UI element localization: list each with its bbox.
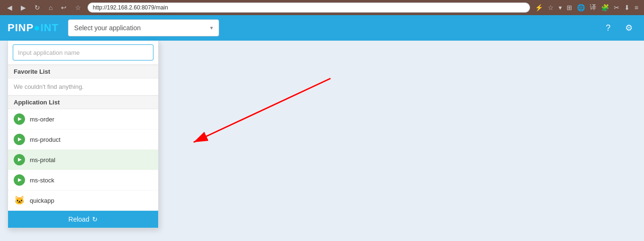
settings-icon: ⚙ — [625, 23, 633, 33]
app-icon — [14, 174, 25, 186]
search-box-container — [8, 41, 158, 65]
nav-forward-button[interactable]: ▶ — [18, 3, 28, 12]
app-name-label: ms-product — [30, 136, 60, 143]
favorite-empty-state: We couldn't find anything. — [8, 78, 158, 95]
app-icon — [14, 113, 25, 125]
application-list-header: Application List — [8, 95, 158, 109]
search-input[interactable] — [13, 44, 153, 60]
reload-button[interactable]: Reload ↻ — [8, 211, 158, 228]
logo-point-text: INT — [41, 22, 59, 34]
nav-back-button[interactable]: ◀ — [5, 3, 15, 12]
help-icon: ? — [606, 23, 610, 33]
browser-chrome: ◀ ▶ ↻ ⌂ ↩ ☆ http://192.168.2.60:8079/mai… — [0, 0, 644, 15]
app-list-item[interactable]: ms-product — [8, 129, 158, 150]
main-content: Favorite List We couldn't find anything.… — [0, 41, 644, 241]
favorite-list-header: Favorite List — [8, 65, 158, 78]
browser-globe-icon[interactable]: 🌐 — [576, 3, 586, 12]
browser-extension-icon[interactable]: 🧩 — [600, 3, 610, 12]
logo-dot: ● — [34, 22, 40, 34]
app-list-item[interactable]: ms-stock — [8, 170, 158, 190]
app-logo: PINP●INT — [8, 22, 59, 34]
browser-menu-icon[interactable]: ≡ — [634, 3, 639, 12]
browser-windows-icon[interactable]: ⊞ — [566, 3, 573, 12]
application-dropdown-panel: Favorite List We couldn't find anything.… — [8, 41, 159, 228]
app-list-container: ms-orderms-productms-protalms-stock🐱quic… — [8, 109, 158, 211]
app-list-item[interactable]: 🐱quickapp — [8, 190, 158, 211]
header-right-actions: ? ⚙ — [601, 20, 636, 35]
browser-cut-icon[interactable]: ✂ — [613, 3, 620, 12]
nav-refresh-button[interactable]: ↻ — [32, 3, 42, 12]
address-bar[interactable]: http://192.168.2.60:8079/main — [87, 2, 530, 13]
browser-chevron-icon[interactable]: ▾ — [558, 3, 563, 12]
app-select-placeholder: Select your application — [74, 24, 141, 32]
app-icon-special: 🐱 — [14, 195, 25, 206]
settings-button[interactable]: ⚙ — [621, 20, 636, 35]
reload-icon: ↻ — [92, 215, 98, 223]
app-name-label: ms-protal — [30, 156, 55, 164]
app-list-item[interactable]: ms-order — [8, 109, 158, 129]
browser-download-icon[interactable]: ⬇ — [623, 3, 631, 12]
svg-line-5 — [194, 78, 330, 142]
app-header: PINP●INT Select your application ▾ ? ⚙ — [0, 15, 644, 41]
app-name-label: ms-stock — [30, 177, 54, 184]
app-icon — [14, 134, 25, 145]
nav-home-button[interactable]: ⌂ — [46, 3, 55, 12]
browser-translate-icon[interactable]: 译 — [589, 2, 597, 13]
address-text: http://192.168.2.60:8079/main — [93, 4, 168, 11]
arrow-annotation — [156, 69, 335, 164]
app-list-item[interactable]: ms-protal — [8, 150, 158, 170]
nav-bookmark-button[interactable]: ☆ — [73, 3, 84, 12]
browser-right-icons: ⚡ ☆ ▾ ⊞ 🌐 译 🧩 ✂ ⬇ ≡ — [534, 2, 639, 13]
app-name-label: quickapp — [30, 197, 54, 204]
chevron-down-icon: ▾ — [210, 25, 213, 31]
browser-star-icon[interactable]: ☆ — [547, 3, 555, 12]
nav-undo-button[interactable]: ↩ — [59, 3, 69, 12]
app-name-label: ms-order — [30, 116, 54, 123]
app-select-dropdown[interactable]: Select your application ▾ — [68, 19, 219, 36]
logo-pin-text: PINP — [8, 22, 34, 34]
reload-label: Reload — [68, 215, 89, 223]
app-icon — [14, 154, 25, 165]
help-button[interactable]: ? — [601, 20, 616, 35]
browser-icon-1[interactable]: ⚡ — [534, 3, 544, 12]
